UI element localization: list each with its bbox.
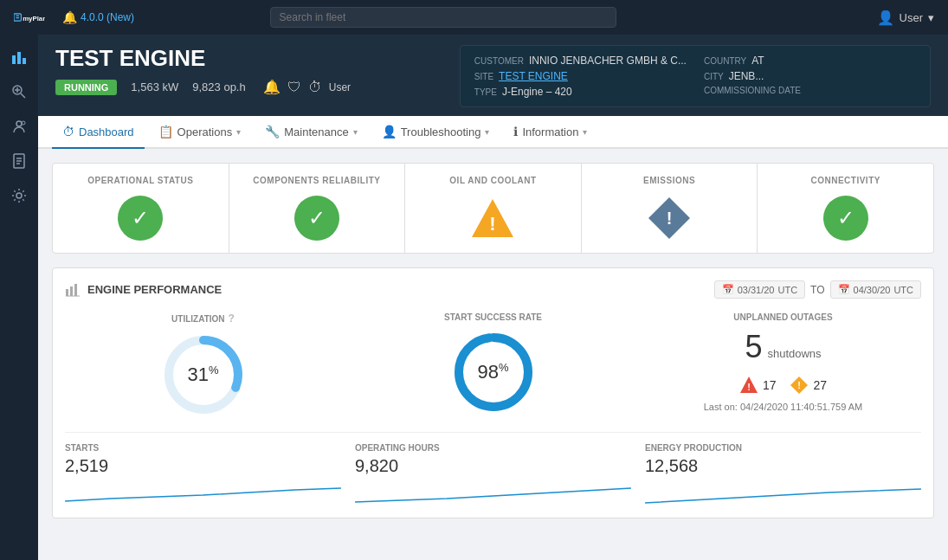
app-body: TEST ENGINE RUNNING 1,563 kW 9,823 op.h … — [0, 35, 948, 560]
date-range-to: TO — [810, 284, 824, 296]
calendar-to-icon: 📅 — [838, 284, 850, 295]
sidebar-item-users[interactable] — [3, 111, 35, 142]
tab-dashboard-label: Dashboard — [79, 126, 134, 138]
engine-header: TEST ENGINE RUNNING 1,563 kW 9,823 op.h … — [38, 35, 948, 116]
sidebar-item-settings[interactable] — [3, 180, 35, 211]
performance-title: ENGINE PERFORMANCE — [65, 282, 222, 298]
operating-hours-value: 9,820 — [355, 456, 631, 476]
tab-maintenance-chevron-icon: ▾ — [353, 127, 358, 137]
connectivity-icon: ✓ — [823, 196, 868, 241]
notification-bell[interactable]: 🔔 4.0.0 (New) — [62, 10, 134, 24]
performance-metrics: UTILIZATION ? 31% — [65, 312, 921, 418]
tab-operations-icon: 📋 — [158, 125, 173, 138]
svg-rect-5 — [17, 52, 21, 64]
op-hours-stat: 9,823 op.h — [192, 80, 245, 93]
tab-operations[interactable]: 📋 Operations ▾ — [148, 116, 252, 149]
page-title: TEST ENGINE — [55, 45, 442, 72]
country-label: COUNTRY — [704, 56, 746, 66]
red-warning-icon: ! — [739, 376, 758, 395]
svg-text:myPlant®: myPlant® — [23, 15, 45, 23]
logo: myPlant® — [14, 9, 45, 26]
svg-rect-23 — [70, 286, 73, 296]
engine-stats: RUNNING 1,563 kW 9,823 op.h 🔔 🛡 ⏱ User — [55, 79, 442, 95]
date-to-tz: UTC — [893, 285, 913, 295]
search-container — [270, 7, 616, 28]
svg-rect-6 — [23, 58, 26, 64]
type-label: TYPE — [474, 87, 497, 97]
user-label: User — [900, 11, 923, 24]
operating-hours-sparkline — [355, 480, 631, 505]
start-success-value: 98% — [477, 361, 508, 383]
utilization-label: UTILIZATION ? — [171, 312, 235, 325]
components-icon: ✓ — [294, 196, 339, 241]
performance-title-text: ENGINE PERFORMANCE — [87, 283, 222, 296]
date-from-button[interactable]: 📅 03/31/20 UTC — [714, 280, 805, 299]
sidebar-item-analytics[interactable] — [3, 76, 35, 107]
tab-troubleshooting[interactable]: 👤 Troubleshooting ▾ — [371, 116, 500, 149]
engine-action-icons: 🔔 🛡 ⏱ User — [263, 79, 351, 95]
site-label: SITE — [474, 72, 493, 81]
sidebar-item-document[interactable] — [3, 145, 35, 177]
operational-icon: ✓ — [118, 196, 163, 241]
starts-value: 2,519 — [65, 456, 341, 476]
warning-triangle-icon: ! — [470, 196, 515, 241]
tab-maintenance[interactable]: 🔧 Maintenance ▾ — [255, 116, 367, 149]
type-row: TYPE J-Engine – 420 — [474, 86, 687, 98]
customer-value: INNIO JENBACHER GMBH & C... — [529, 55, 687, 67]
oil-label: OIL AND COOLANT — [449, 176, 536, 185]
date-to: 04/30/20 — [854, 285, 891, 295]
warning-diamond-icon: ! — [647, 196, 692, 241]
ok-circle-icon-2: ✓ — [294, 196, 339, 241]
tabs-bar: ⏱ Dashboard 📋 Operations ▾ 🔧 Maintenance… — [38, 116, 948, 149]
last-on-text: Last on: 04/24/2020 11:40:51.759 AM — [704, 402, 862, 412]
user-menu[interactable]: 👤 User ▾ — [877, 10, 934, 26]
shutdowns-count: 5 — [745, 329, 762, 365]
energy-production-sparkline — [645, 480, 921, 505]
metric-start-success: START SUCCESS RATE 98% — [355, 312, 631, 418]
city-value: JENB... — [729, 70, 764, 82]
shutdowns-label: shutdowns — [767, 347, 821, 360]
svg-point-17 — [16, 193, 22, 198]
metric-unplanned-outages: UNPLANNED OUTAGES 5 shutdowns — [645, 312, 921, 418]
energy-production-value: 12,568 — [645, 456, 921, 476]
commissioning-label: COMMISSIONING DATE — [704, 86, 801, 95]
utilization-help-icon[interactable]: ? — [229, 312, 235, 325]
status-badge: RUNNING — [55, 80, 117, 95]
tab-information[interactable]: ℹ Information ▾ — [503, 116, 597, 149]
city-label: CITY — [704, 72, 724, 81]
power-stat: 1,563 kW — [131, 80, 178, 93]
performance-section: ENGINE PERFORMANCE 📅 03/31/20 UTC TO 📅 0… — [52, 267, 934, 518]
user-chevron-icon: ▾ — [928, 11, 934, 24]
country-value: AT — [751, 55, 764, 67]
clock-icon[interactable]: ⏱ — [308, 80, 322, 95]
utilization-gauge: 31% — [160, 331, 247, 418]
date-to-button[interactable]: 📅 04/30/20 UTC — [830, 280, 921, 299]
svg-rect-22 — [66, 289, 68, 296]
sidebar-item-chart[interactable] — [3, 42, 35, 73]
utilization-value: 31% — [187, 364, 218, 386]
tab-troubleshooting-chevron-icon: ▾ — [485, 127, 489, 137]
site-value[interactable]: TEST ENGINE — [499, 70, 568, 82]
performance-header: ENGINE PERFORMANCE 📅 03/31/20 UTC TO 📅 0… — [65, 280, 921, 299]
operational-label: OPERATIONAL STATUS — [87, 176, 193, 185]
dashboard-content: OPERATIONAL STATUS ✓ COMPONENTS RELIABIL… — [38, 149, 948, 532]
svg-text:!: ! — [667, 209, 673, 228]
tab-maintenance-icon: 🔧 — [265, 125, 280, 138]
tab-maintenance-label: Maintenance — [284, 126, 348, 138]
engine-info-left: TEST ENGINE RUNNING 1,563 kW 9,823 op.h … — [55, 45, 442, 95]
svg-point-11 — [16, 121, 22, 126]
search-input[interactable] — [270, 7, 616, 28]
shield-icon[interactable]: 🛡 — [287, 80, 301, 95]
top-navigation: myPlant® 🔔 4.0.0 (New) 👤 User ▾ — [0, 0, 948, 35]
svg-rect-4 — [12, 55, 16, 64]
metric-operating-hours: OPERATING HOURS 9,820 — [355, 443, 631, 505]
commissioning-row: COMMISSIONING DATE — [704, 86, 916, 98]
customer-row: CUSTOMER INNIO JENBACHER GMBH & C... — [474, 55, 687, 67]
svg-rect-24 — [74, 284, 77, 296]
bell-engine-icon[interactable]: 🔔 — [263, 79, 281, 95]
bell-icon: 🔔 — [62, 10, 77, 24]
tab-dashboard[interactable]: ⏱ Dashboard — [52, 116, 145, 149]
type-value: J-Engine – 420 — [502, 86, 572, 98]
start-success-gauge: 98% — [450, 329, 537, 415]
city-row: CITY JENB... — [704, 70, 916, 82]
